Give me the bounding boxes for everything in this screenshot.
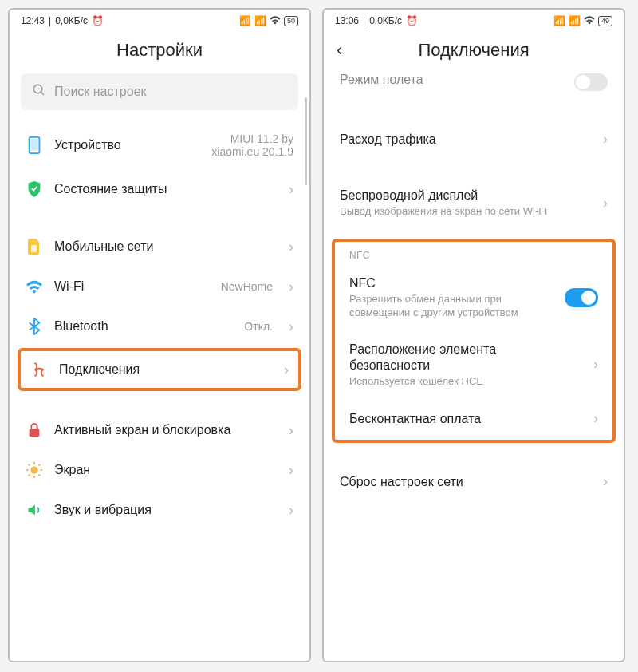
connections-row[interactable]: Подключения › <box>21 351 298 388</box>
device-row[interactable]: Устройство MIUI 11.2 by xiaomi.eu 20.1.9 <box>13 121 306 169</box>
svg-line-12 <box>39 475 41 476</box>
svg-point-0 <box>33 85 42 93</box>
chevron-right-icon: › <box>289 181 293 198</box>
svg-rect-3 <box>30 139 37 151</box>
wifi-icon <box>270 15 281 27</box>
back-button[interactable]: ‹ <box>337 40 342 61</box>
security-row[interactable]: Состояние защиты › <box>13 169 306 209</box>
airplane-row[interactable]: Режим полета <box>327 73 620 102</box>
display-row[interactable]: Экран › <box>13 450 306 490</box>
chevron-right-icon: › <box>289 422 293 439</box>
bluetooth-icon <box>26 318 43 335</box>
connections-screen: 13:06 | 0,0КБ/с ⏰ 📶 📶 49 ‹ Подключения Р… <box>322 8 625 662</box>
nfc-row[interactable]: NFC Разрешить обмен данными при совмещен… <box>337 264 611 330</box>
search-placeholder: Поиск настроек <box>54 85 147 99</box>
mobile-row[interactable]: Мобильные сети › <box>13 227 306 267</box>
status-data: 0,0КБ/с <box>55 15 88 26</box>
bluetooth-row[interactable]: Bluetooth Откл. › <box>13 306 306 346</box>
status-bar: 13:06 | 0,0КБ/с ⏰ 📶 📶 49 <box>324 10 624 29</box>
svg-line-13 <box>29 475 30 476</box>
chevron-right-icon: › <box>289 502 293 519</box>
battery-icon: 49 <box>598 16 612 26</box>
svg-line-1 <box>41 92 44 95</box>
settings-list: Устройство MIUI 11.2 by xiaomi.eu 20.1.9… <box>10 121 309 661</box>
chevron-right-icon: › <box>289 279 293 295</box>
airplane-toggle[interactable] <box>574 73 608 91</box>
svg-rect-5 <box>30 429 40 437</box>
tap-pay-row[interactable]: Бесконтактная оплата › <box>337 399 611 438</box>
chevron-right-icon: › <box>284 362 289 378</box>
sound-icon <box>26 501 43 519</box>
page-title: Настройки <box>10 29 309 73</box>
page-title: ‹ Подключения <box>324 29 624 73</box>
signal-icon: 📶 <box>254 15 266 26</box>
device-icon <box>26 136 43 154</box>
lockscreen-row[interactable]: Активный экран и блокировка › <box>13 410 306 450</box>
search-icon <box>32 83 46 101</box>
sim-icon <box>26 238 43 255</box>
chevron-right-icon: › <box>593 410 598 427</box>
connections-icon <box>30 361 48 378</box>
brightness-icon <box>26 461 43 479</box>
search-input[interactable]: Поиск настроек <box>21 73 298 110</box>
signal-icon: 📶 <box>569 15 581 26</box>
alarm-icon: ⏰ <box>92 15 104 26</box>
svg-rect-4 <box>31 245 37 252</box>
sound-row[interactable]: Звук и вибрация › <box>13 490 306 530</box>
status-time: 12:43 <box>21 15 45 26</box>
battery-icon: 50 <box>284 16 298 26</box>
alarm-icon: ⏰ <box>406 15 418 26</box>
chevron-right-icon: › <box>603 473 608 490</box>
nfc-toggle[interactable] <box>565 288 598 307</box>
chevron-right-icon: › <box>603 131 608 148</box>
signal-icon: 📶 <box>239 15 251 26</box>
svg-point-6 <box>30 466 37 473</box>
wifi-icon <box>584 15 595 27</box>
reset-row[interactable]: Сброс настроек сети › <box>327 462 620 501</box>
connections-highlight: Подключения › <box>18 348 301 391</box>
chevron-right-icon: › <box>289 239 293 255</box>
settings-screen: 12:43 | 0,0КБ/с ⏰ 📶 📶 50 Настройки Поиск… <box>8 8 311 662</box>
device-version: MIUI 11.2 by xiaomi.eu 20.1.9 <box>198 132 293 158</box>
nfc-section-header: NFC <box>337 245 611 264</box>
cast-row[interactable]: Беспроводной дисплей Вывод изображения н… <box>327 176 620 229</box>
signal-icon: 📶 <box>553 15 565 26</box>
traffic-row[interactable]: Расход трафика › <box>327 120 620 159</box>
wifi-icon <box>26 278 43 295</box>
wifi-row[interactable]: Wi-Fi NewHome › <box>13 267 306 306</box>
chevron-right-icon: › <box>603 195 608 211</box>
secure-element-row[interactable]: Расположение элемента безопасности Испол… <box>337 330 611 399</box>
status-bar: 12:43 | 0,0КБ/с ⏰ 📶 📶 50 <box>10 10 309 29</box>
svg-line-11 <box>29 464 30 466</box>
connections-list: Режим полета Расход трафика › Беспроводн… <box>324 73 624 661</box>
chevron-right-icon: › <box>593 356 598 373</box>
chevron-right-icon: › <box>289 318 293 335</box>
shield-icon <box>26 180 43 198</box>
status-time: 13:06 <box>335 15 359 26</box>
nfc-highlight: NFC NFC Разрешить обмен данными при совм… <box>332 239 616 443</box>
chevron-right-icon: › <box>289 462 293 479</box>
lock-icon <box>26 421 43 439</box>
svg-line-14 <box>39 464 41 466</box>
status-data: 0,0КБ/с <box>369 15 402 26</box>
